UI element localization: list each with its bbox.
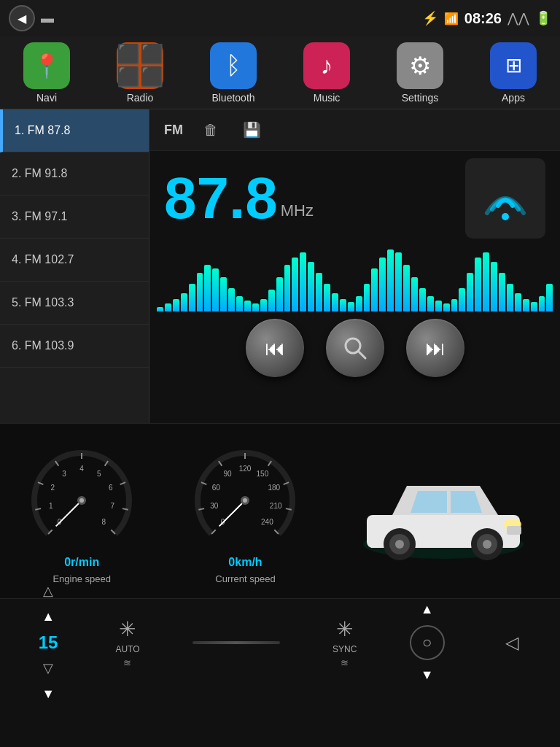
bluetooth-icon: ᛒ bbox=[210, 42, 257, 89]
spectrum-bar bbox=[220, 277, 227, 311]
fan-left-icon[interactable]: ✳ bbox=[119, 617, 136, 641]
spectrum-bar bbox=[371, 268, 378, 312]
bluetooth-status-icon: ⚡ bbox=[422, 10, 438, 26]
svg-point-0 bbox=[502, 213, 509, 220]
search-button[interactable] bbox=[326, 319, 384, 377]
temp-right-section: ▲ ○ ▼ bbox=[410, 597, 445, 688]
radio-icon: ⬛⬛⬛⬛ bbox=[117, 42, 163, 89]
spectrum-bar bbox=[276, 277, 283, 311]
spectrum-bar bbox=[356, 296, 362, 311]
station-2[interactable]: 2. FM 91.8 bbox=[0, 152, 149, 196]
spectrum-bar bbox=[435, 301, 442, 311]
spectrum-bar bbox=[292, 258, 298, 311]
right-circle-button[interactable]: ○ bbox=[410, 625, 445, 660]
spectrum-bar bbox=[387, 249, 394, 311]
spectrum-bar bbox=[268, 290, 275, 311]
sync-label: SYNC bbox=[332, 644, 357, 654]
spectrum-bar bbox=[379, 258, 386, 311]
spectrum-bar bbox=[348, 302, 354, 311]
main-area: 1. FM 87.8 2. FM 91.8 3. FM 97.1 4. FM 1… bbox=[0, 109, 560, 423]
speed-gauge: 0km/h Current speed bbox=[189, 438, 302, 584]
prev-button[interactable]: ⏮ bbox=[246, 319, 304, 377]
spectrum-bar bbox=[284, 265, 291, 311]
station-sidebar: 1. FM 87.8 2. FM 91.8 3. FM 97.1 4. FM 1… bbox=[0, 109, 149, 423]
frequency-value: 87.8 bbox=[164, 169, 278, 228]
spectrum-bar bbox=[499, 273, 505, 311]
temp-down-filled-button[interactable]: ▼ bbox=[34, 682, 63, 707]
station-1[interactable]: 1. FM 87.8 bbox=[0, 109, 149, 152]
spectrum-bar bbox=[173, 299, 179, 311]
back-section: ◁ bbox=[497, 630, 526, 655]
spectrum-bar bbox=[252, 303, 259, 311]
temp-up-down-left: △ ▲ bbox=[34, 578, 63, 630]
playback-controls: ⏮ ⏭ bbox=[149, 311, 560, 388]
spectrum-bar bbox=[531, 302, 537, 311]
app-settings[interactable]: ⚙ Settings bbox=[380, 42, 460, 104]
spectrum-bar bbox=[332, 293, 338, 312]
rpm-gauge: 0r/min Engine speed bbox=[26, 438, 139, 584]
spectrum-bar bbox=[340, 299, 346, 311]
fan-right-icon[interactable]: ✳ bbox=[336, 617, 353, 641]
signal-strength-icon bbox=[465, 158, 545, 239]
temp-left-section: △ ▲ 15 ▽ ▼ bbox=[34, 578, 63, 707]
spectrum-bar bbox=[189, 284, 195, 311]
back-arrow-button[interactable]: ◁ bbox=[497, 630, 526, 655]
back-button[interactable]: ◀ bbox=[9, 5, 35, 31]
up-chevron-icon: ⋀⋀ bbox=[508, 10, 529, 26]
settings-icon: ⚙ bbox=[397, 42, 443, 89]
spectrum-bar bbox=[507, 284, 513, 311]
music-icon: ♪ bbox=[303, 42, 350, 89]
next-button[interactable]: ⏭ bbox=[406, 319, 464, 377]
app-radio[interactable]: ⬛⬛⬛⬛ Radio bbox=[100, 42, 180, 104]
signal-icon: 📶 bbox=[444, 12, 459, 26]
bottom-control-bar: △ ▲ 15 ▽ ▼ ✳ AUTO ≋ ✳ SYNC ≋ ▲ ○ ▼ ◁ bbox=[0, 598, 560, 686]
fan-left-sub: ≋ bbox=[123, 657, 131, 668]
auto-label: AUTO bbox=[115, 644, 139, 654]
spectrum-bar bbox=[483, 252, 489, 311]
spectrum-bar bbox=[411, 277, 418, 311]
fm-header: FM 🗑 💾 bbox=[149, 109, 560, 151]
apps-icon: ⊞ bbox=[490, 42, 537, 89]
station-6[interactable]: 6. FM 103.9 bbox=[0, 325, 149, 368]
spectrum-bar bbox=[443, 303, 450, 311]
svg-line-2 bbox=[359, 352, 365, 358]
right-temp-up-button[interactable]: ▲ bbox=[413, 597, 442, 622]
frequency-display: 87.8 MHz bbox=[149, 151, 560, 246]
save-button[interactable]: 💾 bbox=[238, 117, 265, 143]
music-label: Music bbox=[314, 92, 341, 104]
spectrum-bar bbox=[197, 273, 203, 311]
status-bar: ◀ ▬ ⚡ 📶 08:26 ⋀⋀ 🔋 bbox=[0, 0, 560, 36]
spectrum-bar bbox=[523, 299, 529, 311]
spectrum-bar bbox=[459, 288, 465, 311]
spectrum-bar bbox=[539, 296, 545, 311]
svg-point-7 bbox=[395, 540, 404, 549]
spectrum-bar bbox=[300, 252, 306, 311]
time-display: 08:26 bbox=[464, 10, 502, 27]
app-navi[interactable]: 📍 Navi bbox=[7, 42, 87, 104]
temp-up-button[interactable]: △ bbox=[34, 578, 63, 603]
radio-panel: FM 🗑 💾 87.8 MHz bbox=[149, 109, 560, 423]
delete-button[interactable]: 🗑 bbox=[198, 117, 224, 143]
center-bar bbox=[192, 641, 280, 644]
bluetooth-label: Bluetooth bbox=[211, 92, 254, 104]
station-3[interactable]: 3. FM 97.1 bbox=[0, 196, 149, 239]
spectrum-bar bbox=[228, 288, 235, 311]
temp-down-button[interactable]: ▽ bbox=[34, 656, 63, 681]
app-bluetooth[interactable]: ᛒ Bluetooth bbox=[193, 42, 273, 104]
speed-label: Current speed bbox=[215, 573, 275, 584]
right-temp-down-button[interactable]: ▼ bbox=[413, 663, 442, 688]
spectrum-bar bbox=[212, 268, 219, 312]
app-music[interactable]: ♪ Music bbox=[287, 42, 367, 104]
apps-label: Apps bbox=[502, 92, 525, 104]
spectrum-bar bbox=[204, 265, 211, 311]
spectrum-bar bbox=[395, 252, 402, 311]
station-5[interactable]: 5. FM 103.3 bbox=[0, 282, 149, 325]
app-apps[interactable]: ⊞ Apps bbox=[473, 42, 553, 104]
fan-right-section: ✳ SYNC ≋ bbox=[332, 617, 357, 668]
spectrum-bar bbox=[419, 288, 426, 311]
spectrum-bar bbox=[491, 262, 497, 311]
station-4[interactable]: 4. FM 102.7 bbox=[0, 239, 149, 282]
navi-icon: 📍 bbox=[23, 42, 70, 89]
temp-up-filled-button[interactable]: ▲ bbox=[34, 605, 63, 630]
spectrum-bar bbox=[475, 258, 481, 311]
